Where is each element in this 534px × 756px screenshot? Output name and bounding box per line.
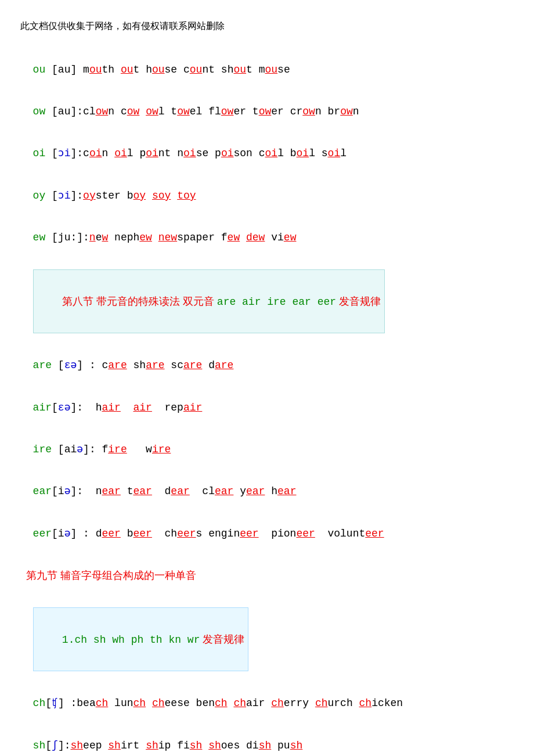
line-ew: ew [ju:]:new nephew newspaper few dew vi… — [20, 208, 514, 247]
disclaimer: 此文档仅供收集于网络，如有侵权请联系网站删除 — [20, 17, 514, 35]
line-ear: ear[iə]: near tear dear clear year hear — [20, 462, 514, 501]
line-eer: eer[iə] : deer beer cheers engineer pion… — [20, 504, 514, 543]
line-ire: ire [aiə]: fire wire — [20, 420, 514, 459]
line-oy: oy [ɔi]:oyster boy soy toy — [20, 166, 514, 206]
line-are: are [εə] : care share scare dare — [20, 336, 514, 375]
line-oi: oi [ɔi]:coin oil point noise poison coil… — [20, 124, 514, 163]
line-air: air[εə]: hair air repair — [20, 377, 514, 417]
line-section8-heading: 第八节 带元音的特殊读法 双元音 are air ire ear eer 发音规… — [20, 250, 514, 333]
line-section9-heading: 第九节 辅音字母组合构成的一种单音 — [20, 546, 514, 585]
line-ch: ch[ʧ] :beach lunch cheese bench chair ch… — [20, 674, 514, 713]
line-ow: ow [au]:clown cow owl towel flower tower… — [20, 82, 514, 121]
line-ou: ou [au] mouth out house count shout mous… — [20, 39, 514, 79]
line-sh: sh[ʃ]:sheep shirt ship fish shoes dish p… — [20, 715, 514, 755]
line-section9-sub: 1.ch sh wh ph th kn wr 发音规律 — [20, 588, 514, 671]
